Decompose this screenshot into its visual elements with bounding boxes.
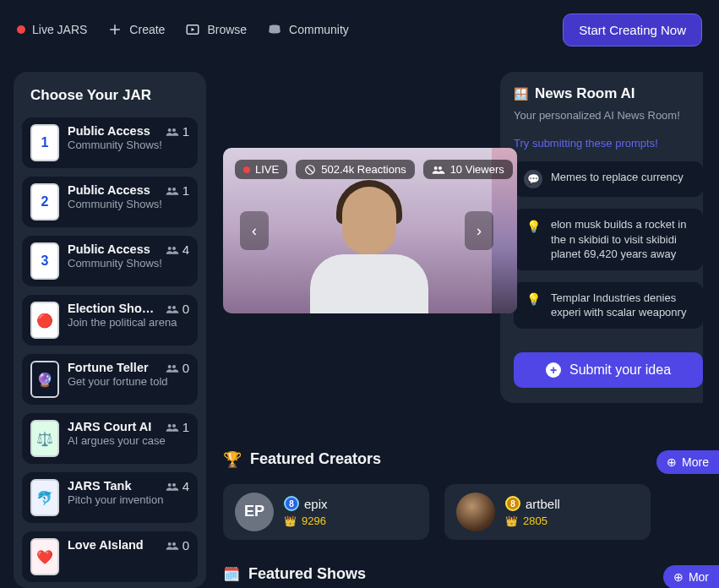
people-icon	[166, 186, 179, 196]
news-room-subtitle: Your personalized AI News Room!	[514, 109, 703, 122]
svg-point-4	[172, 188, 176, 191]
nav-community[interactable]: Community	[267, 22, 349, 37]
jar-card[interactable]: 🔮 Fortune Teller Get your fortune told 0	[22, 354, 198, 405]
more-label: Mor	[689, 570, 709, 584]
jar-thumb-icon: 🔴	[30, 302, 59, 339]
news-prompt-item[interactable]: 💬 Memes to replace currency	[514, 161, 703, 197]
svg-point-9	[167, 365, 171, 368]
creator-card[interactable]: 8 artbell 👑 2805	[444, 484, 651, 540]
featured-shows-title: Featured Shows	[248, 565, 366, 583]
featured-creators-more-button[interactable]: ⊕ More	[656, 450, 719, 474]
jar-name: Election Showdown	[68, 302, 161, 315]
lightbulb-icon: 💡	[524, 217, 542, 236]
svg-point-1	[167, 128, 171, 132]
nav-create[interactable]: Create	[107, 22, 165, 37]
people-icon	[166, 541, 179, 551]
people-icon	[166, 422, 179, 433]
jar-card[interactable]: 3 Public Access Community Shows! 4	[22, 236, 198, 286]
nav-create-label: Create	[129, 23, 165, 36]
nav-live-jars[interactable]: Live JARS	[17, 23, 87, 36]
svg-point-16	[172, 542, 176, 546]
start-creating-button[interactable]: Start Creating Now	[563, 14, 702, 46]
jar-sub: Community Shows!	[68, 256, 189, 271]
reactions-label: 502.4k Reactions	[321, 163, 406, 176]
chevron-left-icon: ‹	[252, 222, 257, 240]
featured-creators-header: 🏆 Featured Creators ⊕ More	[223, 450, 719, 469]
chat-bubble-icon: 💬	[524, 170, 542, 188]
jar-sub: Get your fortune told	[68, 374, 189, 389]
creator-name: artbell	[526, 497, 560, 511]
discord-icon	[267, 22, 282, 37]
jar-sub: AI argues your case	[68, 433, 189, 449]
people-icon	[166, 482, 179, 492]
jar-name: Public Access	[68, 242, 161, 256]
plus-icon: ⊕	[673, 570, 684, 584]
jar-viewer-count: 0	[166, 302, 189, 316]
svg-point-14	[172, 483, 176, 487]
more-label: More	[682, 455, 709, 469]
play-rect-icon	[185, 22, 200, 37]
jar-thumb-icon: 🐬	[30, 479, 59, 516]
reactions-icon	[304, 164, 316, 176]
player-prev-button[interactable]: ‹	[240, 211, 269, 250]
jar-viewer-count: 4	[166, 242, 189, 257]
svg-point-19	[438, 166, 442, 170]
nav-browse[interactable]: Browse	[185, 22, 247, 37]
jar-sub: Pitch your invention	[68, 493, 189, 508]
main-content: LIVE 502.4k Reactions 10 Viewers ‹ ›	[223, 72, 719, 588]
jar-card[interactable]: 2 Public Access Community Shows! 1	[22, 177, 198, 227]
jar-viewer-count: 0	[166, 538, 189, 553]
jar-thumb-icon: 3	[30, 242, 59, 280]
lightbulb-icon: 💡	[524, 291, 542, 309]
creator-level-badge: 8	[284, 496, 299, 511]
svg-point-6	[172, 247, 176, 250]
start-creating-label: Start Creating Now	[579, 23, 686, 37]
live-player[interactable]: LIVE 502.4k Reactions 10 Viewers ‹ ›	[223, 148, 517, 313]
creator-card[interactable]: EP 8 epix 👑 9296	[223, 484, 429, 540]
jar-name: JARS Court AI	[68, 420, 161, 433]
people-icon	[432, 165, 445, 175]
news-prompt-item[interactable]: 💡 Templar Industries denies experi with …	[514, 282, 703, 329]
jar-name: Fortune Teller	[68, 361, 161, 374]
crown-icon: 👑	[284, 515, 297, 527]
creator-level-badge: 8	[505, 496, 520, 511]
people-icon	[166, 245, 179, 255]
jar-sub: Community Shows!	[68, 138, 189, 153]
nav-browse-label: Browse	[207, 23, 247, 36]
jar-card[interactable]: 🔴 Election Showdown Join the political a…	[22, 295, 198, 346]
jar-thumb-icon: 2	[30, 183, 59, 220]
crown-icon: 👑	[505, 515, 518, 527]
jar-sub: Join the political arena	[68, 315, 189, 330]
live-badge: LIVE	[235, 160, 287, 179]
news-prompt-text: Memes to replace currency	[551, 170, 684, 185]
news-prompt-item[interactable]: 💡 elon musk builds a rocket in the n ski…	[514, 209, 703, 270]
plus-icon	[107, 22, 123, 37]
people-icon	[166, 304, 179, 314]
jar-card[interactable]: 🐬 JARS Tank Pitch your invention 4	[22, 472, 198, 523]
player-next-button[interactable]: ›	[465, 211, 493, 250]
nav-live-label: Live JARS	[32, 23, 87, 36]
calendar-icon: 🗓️	[223, 566, 240, 582]
featured-shows-more-button[interactable]: ⊕ Mor	[663, 565, 719, 588]
jar-card[interactable]: ⚖️ JARS Court AI AI argues your case 1	[22, 413, 198, 464]
plus-circle-icon: +	[546, 362, 561, 378]
top-nav: Live JARS Create Browse Community Start …	[0, 0, 719, 59]
jar-viewer-count: 1	[166, 124, 189, 139]
jar-viewer-count: 1	[166, 183, 189, 198]
jar-viewer-count: 1	[166, 420, 189, 434]
jar-sub: Community Shows!	[68, 197, 189, 212]
submit-idea-button[interactable]: + Submit your idea	[514, 352, 703, 388]
svg-point-13	[167, 483, 171, 487]
jar-card[interactable]: ❤️ Love AIsland 0	[22, 531, 198, 582]
sidebar-title: Choose Your JAR	[22, 87, 198, 109]
jar-name: JARS Tank	[68, 479, 161, 493]
creator-avatar: EP	[235, 493, 274, 531]
news-try-prompts-link[interactable]: Try submitting these prompts!	[514, 137, 703, 150]
submit-idea-label: Submit your idea	[569, 362, 671, 378]
avatar-graphic	[298, 178, 442, 313]
jar-card[interactable]: 1 Public Access Community Shows! 1	[22, 117, 198, 168]
news-room-title: News Room AI	[535, 85, 635, 102]
sidebar: Choose Your JAR 1 Public Access Communit…	[14, 72, 206, 588]
svg-point-15	[167, 542, 171, 546]
svg-point-2	[172, 128, 176, 132]
